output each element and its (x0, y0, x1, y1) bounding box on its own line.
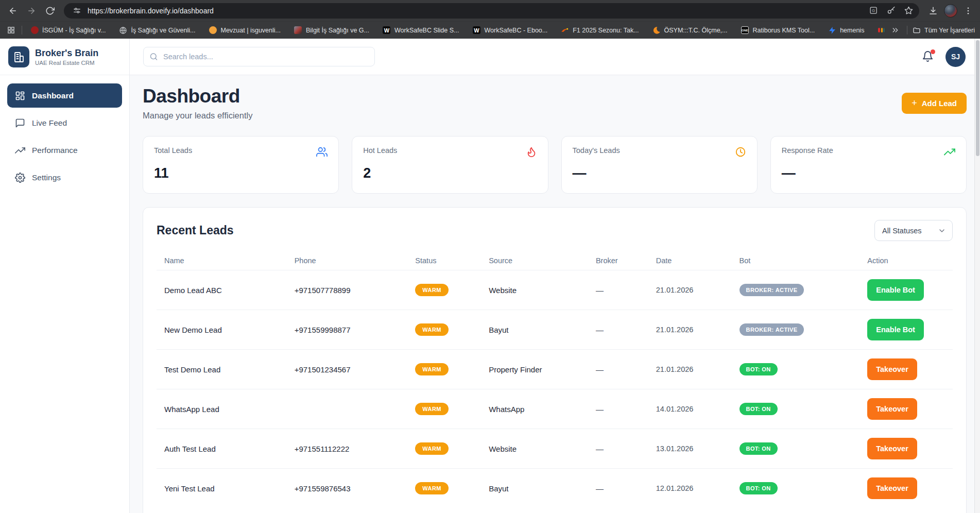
forward-icon[interactable] (24, 3, 39, 19)
lead-name: New Demo Lead (157, 326, 287, 334)
clock-icon (735, 146, 746, 158)
amber-favicon (209, 26, 217, 35)
lead-date: 21.01.2026 (648, 286, 732, 294)
bookmark-label: WorkSafeBC Slide S... (394, 27, 459, 34)
search-input[interactable] (143, 47, 375, 66)
bookmark-item[interactable]: WWorkSafeBC Slide S... (383, 26, 459, 35)
column-header-source: Source (481, 256, 588, 265)
bookmark-item[interactable]: Mevzuat | isguvenli... (209, 26, 281, 35)
browser-toolbar: https://brokerbrain.doveify.io/dashboard… (0, 0, 980, 21)
scrollbar-thumb[interactable] (976, 40, 979, 156)
lead-source: Website (481, 286, 588, 295)
plus-icon: + (912, 98, 917, 108)
takeover-button[interactable]: Takeover (867, 477, 917, 499)
bookmarks-overflow-icon[interactable] (888, 24, 902, 37)
lead-broker: — (588, 484, 648, 493)
page-scrollbar[interactable] (974, 39, 980, 513)
brand-subtitle: UAE Real Estate CRM (35, 60, 98, 66)
bot-status-badge: BOT: ON (740, 363, 778, 375)
translate-icon[interactable]: G (867, 4, 880, 18)
lead-status-cell: WARM (407, 323, 481, 336)
add-lead-button[interactable]: + Add Lead (902, 93, 967, 114)
sidebar-item-label: Live Feed (32, 118, 67, 128)
site-settings-icon[interactable] (70, 4, 83, 18)
table-row: New Demo Lead+971559998877WARMBayut—21.0… (157, 310, 953, 349)
red-circle-favicon (30, 26, 39, 35)
browser-chrome: https://brokerbrain.doveify.io/dashboard… (0, 0, 980, 39)
bookmark-label: hemenis (840, 27, 864, 34)
table-row: Auth Test Lead+971551112222WARMWebsite—1… (157, 429, 953, 468)
bookmark-label: Mevzuat | isguvenli... (220, 27, 281, 34)
lead-action-cell: Takeover (859, 398, 953, 420)
downloads-icon[interactable] (925, 3, 941, 19)
building-icon (13, 51, 25, 63)
notification-dot (931, 49, 935, 54)
status-badge: WARM (415, 363, 448, 375)
browser-profile-avatar[interactable] (944, 4, 957, 18)
bot-status-badge: BROKER: ACTIVE (740, 284, 804, 296)
bookmark-label: F1 2025 Sezonu: Tak... (573, 27, 639, 34)
lead-broker: — (588, 444, 648, 453)
browser-menu-icon[interactable] (960, 3, 976, 19)
bookmark-item[interactable]: hemenis (828, 26, 864, 35)
bookmark-item[interactable]: WWorkSafeBC - Eboo... (472, 26, 547, 35)
takeover-button[interactable]: Takeover (867, 358, 917, 380)
column-header-phone: Phone (287, 256, 408, 265)
lead-broker: — (588, 365, 648, 374)
bookmark-item[interactable]: ÖSYM:::T.C. Ölçme,... (652, 26, 728, 35)
notifications-bell-icon[interactable] (922, 50, 934, 63)
sidebar-item-dashboard[interactable]: Dashboard (7, 83, 122, 108)
url-bar[interactable]: https://brokerbrain.doveify.io/dashboard… (64, 3, 919, 19)
table-row: Yeni Test Lead+971559876543WARMBayut—12.… (157, 468, 953, 508)
user-avatar[interactable]: SJ (945, 47, 966, 67)
stat-card: Total Leads11 (143, 136, 339, 194)
bookmark-item[interactable]: ONERatiborus KMS Tool... (741, 26, 815, 35)
table-row: Demo Lead ABC+971507778899WARMWebsite—21… (157, 270, 953, 310)
bookmark-star-icon[interactable] (902, 4, 915, 18)
lead-bot-cell: BOT: ON (732, 403, 860, 415)
stat-label: Today's Leads (573, 146, 620, 155)
enable-bot-button[interactable]: Enable Bot (867, 319, 924, 340)
stat-cards: Total Leads11Hot Leads2Today's Leads—Res… (143, 136, 967, 194)
leads-table: NamePhoneStatusSourceBrokerDateBotAction… (157, 251, 953, 508)
brand: Broker's Brain UAE Real Estate CRM (0, 39, 129, 75)
lead-source: WhatsApp (481, 405, 588, 414)
url-text[interactable]: https://brokerbrain.doveify.io/dashboard (88, 7, 863, 15)
search-box (143, 47, 375, 66)
reload-icon[interactable] (42, 3, 58, 19)
all-bookmarks-folder[interactable]: Tüm Yer İşaretleri (913, 26, 975, 35)
stat-value: 11 (154, 165, 328, 181)
sidebar-item-settings[interactable]: Settings (7, 165, 122, 190)
bookmarks-divider-right (907, 26, 907, 35)
back-icon[interactable] (5, 3, 21, 19)
status-badge: WARM (415, 284, 448, 296)
stat-label: Hot Leads (363, 146, 397, 155)
password-key-icon[interactable] (884, 4, 898, 18)
status-filter-select[interactable]: All Statuses (874, 220, 953, 241)
sidebar-item-live-feed[interactable]: Live Feed (7, 111, 122, 135)
takeover-button[interactable]: Takeover (867, 438, 917, 459)
enable-bot-button[interactable]: Enable Bot (867, 279, 924, 301)
leads-table-body: Demo Lead ABC+971507778899WARMWebsite—21… (157, 270, 953, 508)
main-area: SJ Dashboard Manage your leads efficient… (130, 39, 980, 513)
lead-bot-cell: BOT: ON (732, 482, 860, 494)
sidebar-item-performance[interactable]: Performance (7, 138, 122, 162)
bookmark-item[interactable]: İş Sağlığı ve Güvenli... (119, 26, 195, 35)
users-icon (316, 146, 328, 158)
takeover-button[interactable]: Takeover (867, 398, 917, 420)
bookmark-item[interactable]: Bilgit İş Sağlığı ve G... (294, 26, 369, 35)
bot-status-badge: BROKER: ACTIVE (740, 323, 804, 336)
bookmark-item[interactable]: Reading Tips | IELTS... (878, 26, 884, 35)
bookmark-item[interactable]: İSGÜM - İş Sağlığı v... (30, 26, 106, 35)
lead-date: 21.01.2026 (648, 326, 732, 334)
apps-grid-icon[interactable] (4, 24, 18, 37)
bookmark-label: İSGÜM - İş Sağlığı v... (42, 27, 106, 34)
lead-broker: — (588, 286, 648, 295)
lead-action-cell: Takeover (859, 477, 953, 499)
stat-card: Hot Leads2 (352, 136, 548, 194)
table-row: Test Demo Lead+971501234567WARMProperty … (157, 349, 953, 389)
flame-icon (526, 146, 537, 158)
bookmark-item[interactable]: F1 2025 Sezonu: Tak... (561, 26, 639, 35)
bookmarks-divider (22, 26, 22, 35)
lead-source: Website (481, 444, 588, 453)
